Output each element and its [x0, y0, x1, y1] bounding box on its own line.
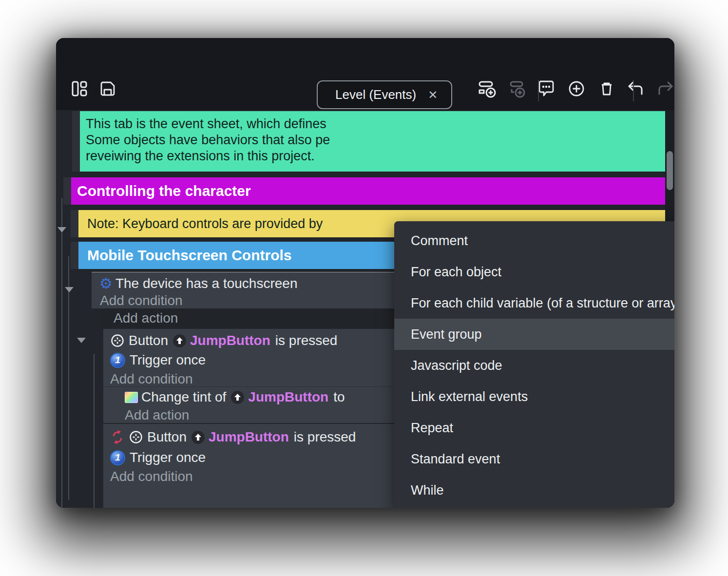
group-label: Controlling the character — [77, 183, 251, 199]
add-subevent-button[interactable] — [503, 75, 531, 102]
tab-label: Level (Events) — [335, 87, 416, 102]
close-tab-icon[interactable]: ✕ — [428, 88, 438, 102]
gamepad-icon — [110, 333, 125, 348]
toggle-panel-button[interactable] — [66, 75, 93, 102]
gamepad-icon — [129, 430, 143, 444]
add-circle-button[interactable] — [563, 75, 590, 102]
indent-guide — [68, 256, 69, 500]
tab-level-events[interactable]: Level (Events) ✕ — [317, 80, 452, 109]
expander-touchscreen[interactable] — [77, 338, 86, 343]
object-name: JumpButton — [209, 429, 289, 445]
jumpbutton-thumbnail — [231, 391, 244, 404]
condition-text: The device has a touchscreen — [115, 276, 298, 291]
expander-mobile[interactable] — [65, 287, 74, 292]
condition-text: is pressed — [275, 333, 338, 348]
menu-item-comment[interactable]: Comment — [394, 225, 674, 256]
gear-icon: ⚙ — [99, 276, 113, 291]
menu-item-for-each-child-variable-of-a-structure-or-array[interactable]: For each child variable (of a structure … — [394, 288, 674, 319]
menu-item-standard-event[interactable]: Standard event — [394, 443, 674, 475]
note-text: Note: Keyboard controls are provided by — [87, 216, 323, 231]
jumpbutton-thumbnail — [192, 431, 205, 444]
object-name: JumpButton — [248, 389, 328, 405]
menu-item-event-group[interactable]: Event group — [394, 319, 674, 350]
save-button[interactable] — [94, 75, 121, 102]
group-controlling-character[interactable]: Controlling the character — [63, 177, 665, 205]
add-comment-button[interactable] — [533, 75, 560, 102]
undo-button[interactable] — [622, 75, 650, 102]
add-condition-link[interactable]: Add condition — [110, 371, 193, 387]
vertical-scrollbar[interactable] — [667, 151, 673, 190]
event-sheet: This tab is the event sheet, which defin… — [56, 110, 674, 508]
action-text: Change tint of — [141, 389, 226, 405]
menu-item-while[interactable]: While — [394, 475, 674, 506]
comment-line: reveiwing the extensions in this project… — [86, 148, 665, 164]
invert-condition-icon — [110, 430, 125, 444]
comment-line: This tab is the event sheet, which defin… — [86, 116, 665, 132]
titlebar — [56, 38, 674, 69]
redo-button[interactable] — [651, 75, 674, 102]
trigger-once-icon: 1 — [110, 450, 125, 465]
add-condition-link[interactable]: Add condition — [100, 293, 183, 308]
condition-text: Button — [129, 333, 168, 348]
condition-text: Trigger once — [130, 352, 206, 368]
condition-text: Button — [147, 429, 187, 445]
action-text: to — [333, 389, 345, 405]
menu-item-link-external-events[interactable]: Link external events — [394, 381, 674, 412]
jumpbutton-thumbnail — [173, 334, 186, 347]
comment-block[interactable]: This tab is the event sheet, which defin… — [72, 111, 665, 172]
delete-button[interactable] — [593, 75, 620, 102]
menu-item-javascript-code[interactable]: Javascript code — [394, 350, 674, 381]
group-label: Mobile Touchscreen Controls — [87, 247, 292, 264]
add-condition-link[interactable]: Add condition — [110, 469, 193, 484]
menu-item-repeat[interactable]: Repeat — [394, 412, 674, 443]
add-event-button[interactable] — [474, 75, 501, 102]
object-name: JumpButton — [190, 333, 270, 348]
tint-icon — [125, 392, 138, 403]
trigger-once-icon: 1 — [110, 353, 125, 368]
menu-item-for-each-object[interactable]: For each object — [394, 256, 674, 288]
app-window: Home Level ✕ Level (Events) ✕ Debugger — [56, 38, 674, 508]
condition-text: Trigger once — [130, 450, 206, 465]
add-action-link[interactable]: Add action — [125, 407, 189, 423]
add-event-context-menu: CommentFor each objectFor each child var… — [394, 221, 674, 508]
condition-text: is pressed — [294, 429, 356, 445]
indent-guide — [61, 198, 62, 508]
expander-controlling[interactable] — [57, 227, 66, 232]
indent-guide — [94, 354, 95, 508]
comment-line: Some objects have behaviors that also pe — [86, 132, 665, 148]
